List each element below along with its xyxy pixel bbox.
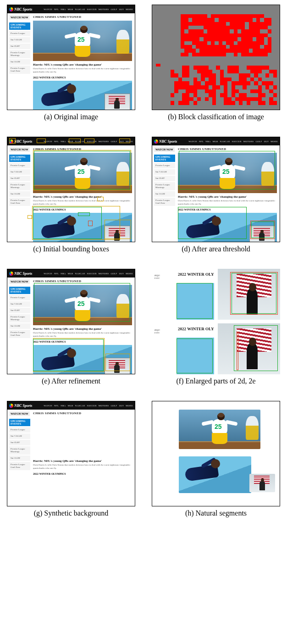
bbox: [234, 325, 277, 371]
subheadline: Chris Harris Jr. tells Chris Simms that …: [33, 67, 132, 73]
caption-a: (a) Original image: [44, 113, 98, 121]
jersey-number: 25: [77, 36, 85, 43]
panel-g-synthetic: NBC Sports WATCHNFLNBA MLBNASCARSOCCER M…: [7, 401, 135, 506]
nbc-logo: NBC Sports: [9, 7, 32, 11]
panel-f-enlarged: ange: core: 2022 WINTER OLY ange: core: …: [152, 269, 280, 374]
background-player: [116, 30, 129, 54]
panel-b-blockmap: [152, 5, 280, 110]
sidebar-item: Sat 10AM: [9, 59, 30, 65]
quad-top-right: [218, 269, 280, 320]
blank-hero: [33, 417, 132, 457]
nav-item: MORE: [126, 8, 133, 11]
quad-bottom-left: ange: core: 2022 WINTER OLY: [152, 323, 214, 374]
bbox: [105, 220, 131, 239]
side-text: ange: core:: [154, 274, 173, 315]
nav-item: NBA: [61, 8, 66, 11]
nav-item: MLB: [68, 8, 73, 11]
caption-h: (h) Natural segments: [185, 509, 247, 517]
nav-item: WATCH: [44, 8, 52, 11]
sidebar-item: Sat 7:30AM: [9, 37, 30, 43]
caption-c: (c) Initial bounding boxes: [33, 245, 109, 253]
nav-links: WATCH NFL NBA MLB NASCAR SOCCER MOTORS G…: [34, 8, 133, 11]
bbox: [237, 332, 238, 370]
nav-item: OLY: [119, 8, 124, 11]
bbox: [28, 215, 32, 219]
side-text: ange: core:: [154, 328, 173, 369]
bbox: [177, 339, 213, 373]
sidebar-item: Premier League Goal Zone: [9, 66, 30, 74]
main-column: CHRIS SIMMS UNBUTTONED 25 Harris: NFL's …: [33, 15, 132, 110]
segment-hero: 25: [179, 410, 260, 449]
nav-item: NFL: [54, 8, 59, 11]
bbox: [88, 221, 93, 226]
bbox: [232, 273, 276, 314]
nav-item: MOTORS: [99, 8, 109, 11]
page-title: CHRIS SIMMS UNBUTTONED: [33, 15, 132, 19]
sidebar-item: Premier League: [9, 31, 30, 36]
story-image-2: [33, 81, 132, 110]
segment-story2: [179, 456, 251, 493]
bbox: [34, 283, 130, 322]
blank-story: [33, 477, 132, 506]
bbox: [37, 139, 46, 143]
bbox: [78, 212, 90, 216]
inset-thumbnail: [105, 94, 130, 110]
bbox: [33, 339, 104, 371]
sidebar-item: Sat CLBT: [9, 44, 30, 49]
panel-h-segments: 25: [152, 401, 280, 506]
nav-item: NASCAR: [75, 8, 85, 11]
section-title: 2022 WINTER OLYMPICS: [33, 76, 132, 79]
quad-top-left: ange: core: 2022 WINTER OLY: [152, 269, 214, 320]
site-header: NBC Sports WATCH NFL NBA MLB NASCAR SOCC…: [7, 5, 135, 13]
brand-text: NBC Sports: [14, 7, 32, 11]
bbox: [69, 139, 81, 143]
panel-d-area-threshold: NBC Sports WATCHNFLNBA MLBNASCARSOCCER M…: [152, 137, 280, 242]
nav-item: SOCCER: [87, 8, 97, 11]
bbox-inset-inner: [251, 222, 274, 238]
caption-e: (e) After refinement: [42, 377, 100, 385]
upcoming-header: UPCOMING EVENTS: [9, 22, 30, 30]
watch-now-badge: WATCH NOW: [9, 15, 30, 20]
quad-bottom-right: [218, 323, 280, 374]
peacock-icon: [9, 7, 13, 11]
sidebar-item: Premier League Mornings: [9, 50, 30, 58]
headline: Harris: NFL's young QBs are 'changing th…: [33, 63, 132, 67]
bbox: [84, 139, 94, 143]
panel-a-original: NBC Sports WATCH NFL NBA MLB NASCAR SOCC…: [7, 5, 135, 110]
section-label: 2022 WINTER OLY: [178, 272, 214, 277]
caption-f: (f) Enlarged parts of 2d, 2e: [177, 377, 256, 385]
caption-g: (g) Synthetic background: [34, 509, 109, 517]
nav-item: GOLF: [110, 8, 117, 11]
bbox: [178, 207, 247, 239]
player-figure: 25: [66, 24, 99, 58]
sidebar: UPCOMING EVENTS Premier League Sat 7:30A…: [9, 22, 30, 74]
caption-d: (d) After area threshold: [182, 245, 250, 253]
panel-e-refinement: NBC Sports WATCHNFLNBA MLBNASCARSOCCER M…: [7, 269, 135, 374]
bbox: [177, 283, 213, 319]
panel-c-initial-boxes: NBC Sports WATCHNFLNBA MLBNASCARSOCCER M…: [7, 137, 135, 242]
bbox: [9, 138, 16, 144]
hero-image: 25: [33, 21, 132, 61]
caption-b: (b) Block classification of image: [168, 113, 264, 121]
bbox: [34, 151, 130, 189]
section-label: 2022 WINTER OLY: [178, 327, 214, 331]
bbox-inset: [105, 354, 130, 371]
bbox: [97, 197, 104, 201]
skater-figure: [41, 83, 78, 110]
bbox: [179, 151, 275, 189]
segment-inset: [249, 474, 275, 492]
bbox: [119, 139, 130, 143]
